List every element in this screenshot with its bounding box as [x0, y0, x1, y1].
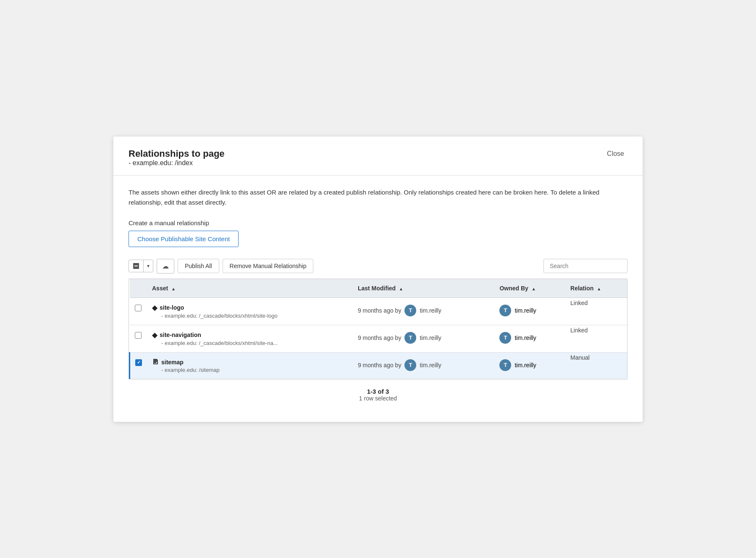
- asset-path: - example.edu: /_cascade/blocks/xhtml/si…: [152, 340, 348, 346]
- asset-path: - example.edu: /_cascade/blocks/xhtml/si…: [152, 313, 348, 319]
- modifier-name: tim.reilly: [420, 362, 441, 368]
- table-row[interactable]: ◆ site-navigation - example.edu: /_casca…: [130, 325, 627, 352]
- asset-sort-icon: ▲: [171, 287, 176, 291]
- asset-name: ◆ site-navigation: [152, 331, 348, 339]
- owner-avatar: T: [499, 332, 511, 344]
- owner-name: tim.reilly: [514, 362, 536, 368]
- owned-cell: T tim.reilly: [494, 352, 565, 379]
- modal: Relationships to page - example.edu: /in…: [113, 137, 643, 422]
- block-icon: ◆: [152, 304, 157, 312]
- modifier-avatar: T: [404, 359, 416, 371]
- modal-title: Relationships to page: [129, 148, 225, 159]
- owned-cell: T tim.reilly: [494, 325, 565, 352]
- close-button[interactable]: Close: [604, 148, 627, 159]
- owned-by-sort-icon: ▲: [532, 287, 536, 291]
- table-row[interactable]: 🖹 sitemap - example.edu: /sitemap 9 mont…: [130, 352, 627, 379]
- relation-cell: Linked: [565, 325, 627, 352]
- modifier-avatar: T: [404, 305, 416, 316]
- modal-header: Relationships to page - example.edu: /in…: [113, 137, 643, 176]
- last-modified-sort-icon: ▲: [399, 287, 403, 291]
- row-checkbox[interactable]: [135, 359, 142, 366]
- owner-avatar: T: [499, 305, 511, 316]
- relation-sort-icon: ▲: [597, 287, 601, 291]
- owned-cell: T tim.reilly: [494, 297, 565, 325]
- modified-cell: 9 months ago by T tim.reilly: [353, 352, 495, 379]
- asset-cell: ◆ site-logo - example.edu: /_cascade/blo…: [147, 297, 353, 325]
- minus-icon: [133, 263, 139, 269]
- row-checkbox[interactable]: [135, 332, 142, 339]
- modified-text: 9 months ago by: [358, 362, 402, 368]
- owner-name: tim.reilly: [514, 307, 536, 314]
- modal-title-block: Relationships to page - example.edu: /in…: [129, 148, 225, 167]
- publish-all-button[interactable]: Publish All: [178, 259, 219, 273]
- owner-name: tim.reilly: [514, 334, 536, 341]
- toolbar-right: [543, 259, 627, 273]
- choose-publishable-button[interactable]: Choose Publishable Site Content: [129, 231, 239, 247]
- header-relation[interactable]: Relation ▲: [565, 279, 627, 298]
- checkbox-cell: [130, 352, 147, 379]
- modifier-avatar: T: [404, 332, 416, 344]
- asset-cell: ◆ site-navigation - example.edu: /_casca…: [147, 325, 353, 352]
- remove-manual-button[interactable]: Remove Manual Relationship: [223, 259, 314, 273]
- modified-text: 9 months ago by: [358, 307, 402, 314]
- table-row[interactable]: ◆ site-logo - example.edu: /_cascade/blo…: [130, 297, 627, 325]
- relation-cell: Manual: [565, 352, 627, 379]
- status-icon-button[interactable]: ☁: [157, 259, 174, 274]
- modified-text: 9 months ago by: [358, 334, 402, 341]
- block-icon: ◆: [152, 331, 157, 339]
- create-section: Create a manual relationship Choose Publ…: [129, 219, 627, 259]
- modified-cell: 9 months ago by T tim.reilly: [353, 297, 495, 325]
- asset-path: - example.edu: /sitemap: [152, 367, 348, 373]
- asset-name: 🖹 sitemap: [152, 358, 348, 366]
- create-label: Create a manual relationship: [129, 219, 627, 226]
- toolbar: ▾ ☁ Publish All Remove Manual Relationsh…: [129, 259, 627, 279]
- cloud-check-icon: ☁: [162, 262, 169, 270]
- row-checkbox[interactable]: [135, 305, 142, 311]
- select-dropdown[interactable]: ▾: [129, 260, 153, 272]
- header-checkbox-cell: [130, 279, 147, 298]
- modal-body: The assets shown either directly link to…: [113, 176, 643, 422]
- page-icon: 🖹: [152, 358, 159, 366]
- asset-cell: 🖹 sitemap - example.edu: /sitemap: [147, 352, 353, 379]
- toolbar-left: ▾ ☁ Publish All Remove Manual Relationsh…: [129, 259, 540, 274]
- modal-subtitle: - example.edu: /index: [129, 159, 225, 167]
- pagination-range: 1-3 of 3: [137, 388, 619, 395]
- asset-name: ◆ site-logo: [152, 304, 348, 312]
- modified-cell: 9 months ago by T tim.reilly: [353, 325, 495, 352]
- modifier-name: tim.reilly: [420, 307, 441, 314]
- checkbox-cell: [130, 325, 147, 352]
- modifier-name: tim.reilly: [420, 334, 441, 341]
- table-header-row: Asset ▲ Last Modified ▲ Owned By ▲ Relat…: [130, 279, 627, 298]
- select-all-checkbox[interactable]: [129, 260, 144, 272]
- header-last-modified[interactable]: Last Modified ▲: [353, 279, 495, 298]
- checkbox-cell: [130, 297, 147, 325]
- pagination-selected: 1 row selected: [137, 395, 619, 402]
- description-text: The assets shown either directly link to…: [129, 187, 627, 208]
- search-input[interactable]: [543, 259, 627, 273]
- header-owned-by[interactable]: Owned By ▲: [494, 279, 565, 298]
- relationships-table: Asset ▲ Last Modified ▲ Owned By ▲ Relat…: [129, 279, 627, 379]
- header-asset[interactable]: Asset ▲: [147, 279, 353, 298]
- pagination: 1-3 of 3 1 row selected: [129, 379, 627, 410]
- dropdown-arrow-icon[interactable]: ▾: [144, 260, 153, 272]
- owner-avatar: T: [499, 359, 511, 371]
- relation-cell: Linked: [565, 297, 627, 325]
